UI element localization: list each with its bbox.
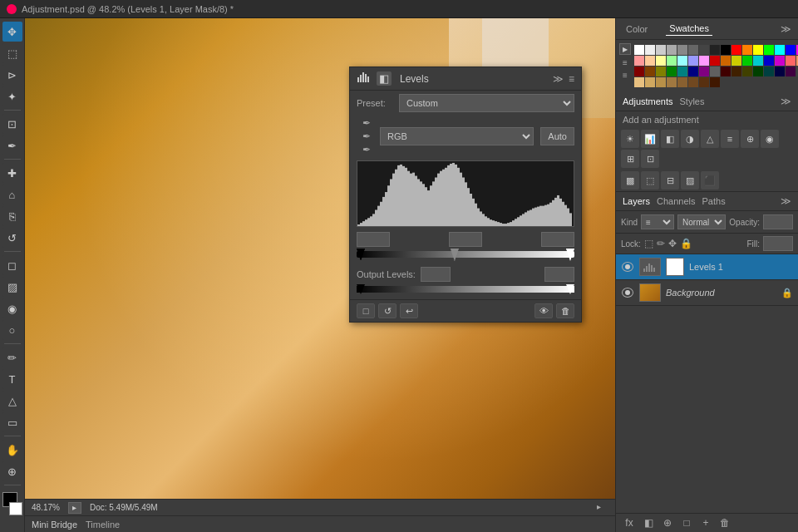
panel-side-btn1[interactable]: ▶ [619, 43, 631, 55]
swatch-cell[interactable] [721, 66, 731, 76]
swatch-cell[interactable] [656, 56, 666, 66]
tool-hand[interactable]: ✋ [2, 440, 22, 460]
channels-tab[interactable]: Channels [657, 196, 695, 206]
tool-clone[interactable]: ⎘ [2, 206, 22, 226]
tool-select-rect[interactable]: ⬚ [2, 43, 22, 63]
lock-position-btn[interactable]: ✥ [668, 238, 677, 249]
status-navigate-btn[interactable]: ▸ [597, 502, 608, 514]
layer-new-btn[interactable]: + [697, 516, 714, 530]
swatch-cell[interactable] [699, 66, 709, 76]
visibility-btn[interactable]: 👁 [534, 303, 553, 318]
auto-btn[interactable]: Auto [540, 127, 574, 145]
adj-posterize-icon[interactable]: ⬚ [641, 171, 659, 190]
adj-gradient-map-icon[interactable]: ▨ [681, 171, 699, 190]
close-button[interactable] [7, 4, 17, 14]
tool-spot-heal[interactable]: ✚ [2, 163, 22, 183]
fill-input[interactable]: 100% [763, 236, 793, 251]
tool-crop[interactable]: ⊡ [2, 114, 22, 134]
swatch-cell[interactable] [688, 66, 698, 76]
swatch-black[interactable] [721, 45, 731, 55]
color-swatch-area[interactable] [1, 492, 24, 515]
blend-mode-select[interactable]: NormalMultiplyScreen [677, 214, 726, 229]
output-black-field[interactable]: 0 [421, 267, 451, 282]
adj-vibrance-icon[interactable]: △ [701, 130, 719, 148]
mini-bridge-tab[interactable]: Mini Bridge [32, 520, 77, 530]
opacity-input[interactable]: 100% [763, 214, 793, 229]
output-white-field[interactable]: 255 [544, 267, 574, 282]
layers-tab[interactable]: Layers [623, 196, 650, 206]
swatch-red[interactable] [732, 45, 741, 55]
status-arrow-btn[interactable]: ▸ [68, 502, 81, 514]
swatch-cell[interactable] [688, 56, 698, 66]
swatch-cell[interactable] [721, 56, 731, 66]
swatch-cell[interactable] [742, 56, 752, 66]
lock-all-btn[interactable]: 🔒 [680, 238, 692, 249]
swatch-cell[interactable] [667, 77, 677, 87]
tool-text[interactable]: T [2, 369, 22, 389]
layer-fx-btn[interactable]: fx [621, 516, 638, 530]
swatch-cell[interactable] [710, 77, 720, 87]
swatch-cell[interactable] [710, 66, 720, 76]
layer-levels1[interactable]: Levels 1 [616, 254, 798, 280]
swatch-cell[interactable] [786, 66, 796, 76]
swatch-cell[interactable] [710, 45, 720, 55]
swatch-cell[interactable] [699, 45, 709, 55]
swatch-cell[interactable] [688, 77, 698, 87]
swatch-white[interactable] [634, 45, 644, 55]
adj-curves-icon[interactable]: ◧ [661, 130, 679, 148]
adj-channel-mix-icon[interactable]: ⊡ [641, 150, 659, 168]
tool-blur[interactable]: ◉ [2, 298, 22, 318]
swatch-cyan[interactable] [775, 45, 785, 55]
swatch-cell[interactable] [677, 56, 687, 66]
properties-expand-btn[interactable]: ≫ [553, 73, 564, 85]
swatch-green[interactable] [764, 45, 774, 55]
input-mid-field[interactable]: 1.55 [449, 232, 482, 247]
input-black-field[interactable]: 0 [357, 232, 390, 247]
eyedrop-white-btn[interactable]: ✒ [360, 144, 373, 155]
output-black-handle[interactable] [357, 284, 365, 294]
tool-lasso[interactable]: ⊳ [2, 65, 22, 85]
swatch-cell[interactable] [732, 56, 741, 66]
swatch-cell[interactable] [645, 77, 655, 87]
properties-menu-btn[interactable]: ≡ [569, 73, 574, 85]
swatch-cell[interactable] [677, 45, 687, 55]
kind-select[interactable]: ≡ [641, 214, 674, 229]
swatch-cell[interactable] [656, 45, 666, 55]
reset-btn[interactable]: ↺ [378, 303, 397, 318]
panel-side-btn2[interactable]: ≡ [623, 58, 628, 67]
tool-pen[interactable]: ✏ [2, 347, 22, 367]
swatch-cell[interactable] [634, 66, 644, 76]
tool-zoom[interactable]: ⊕ [2, 461, 22, 481]
swatch-cell[interactable] [656, 77, 666, 87]
layer-eye-background[interactable] [621, 286, 634, 299]
layer-background[interactable]: Background 🔒 [616, 280, 798, 306]
swatch-cell[interactable] [645, 66, 655, 76]
swatch-cell[interactable] [667, 56, 677, 66]
swatch-cell[interactable] [677, 77, 687, 87]
swatch-cell[interactable] [753, 66, 763, 76]
tool-gradient[interactable]: ▨ [2, 277, 22, 297]
styles-tab[interactable]: Styles [680, 96, 705, 106]
tool-history-brush[interactable]: ↺ [2, 228, 22, 248]
swatch-cell[interactable] [786, 56, 796, 66]
lock-transparent-btn[interactable]: ⬚ [644, 238, 653, 249]
adjustments-tab[interactable]: Adjustments [623, 96, 673, 106]
swatch-cell[interactable] [677, 66, 687, 76]
swatch-yellow[interactable] [753, 45, 763, 55]
tool-path-select[interactable]: △ [2, 391, 22, 411]
adj-levels-icon[interactable]: 📊 [641, 130, 659, 148]
adj-photo-filter-icon[interactable]: ⊞ [621, 150, 639, 168]
swatch-cell[interactable] [732, 66, 741, 76]
channel-select[interactable]: RGB Red Green Blue [380, 127, 534, 145]
swatch-cell[interactable] [775, 66, 785, 76]
swatch-blue[interactable] [786, 45, 796, 55]
paths-tab[interactable]: Paths [702, 196, 726, 206]
clip-mask-btn[interactable]: □ [357, 303, 375, 318]
tool-brush[interactable]: ⌂ [2, 185, 22, 204]
swatch-cell[interactable] [645, 45, 655, 55]
swatches-tab[interactable]: Swatches [666, 22, 712, 36]
delete-btn[interactable]: 🗑 [556, 303, 574, 318]
swatch-cell[interactable] [656, 66, 666, 76]
properties-icon-tab-histogram[interactable] [357, 71, 372, 86]
preset-select[interactable]: Custom [399, 94, 574, 112]
